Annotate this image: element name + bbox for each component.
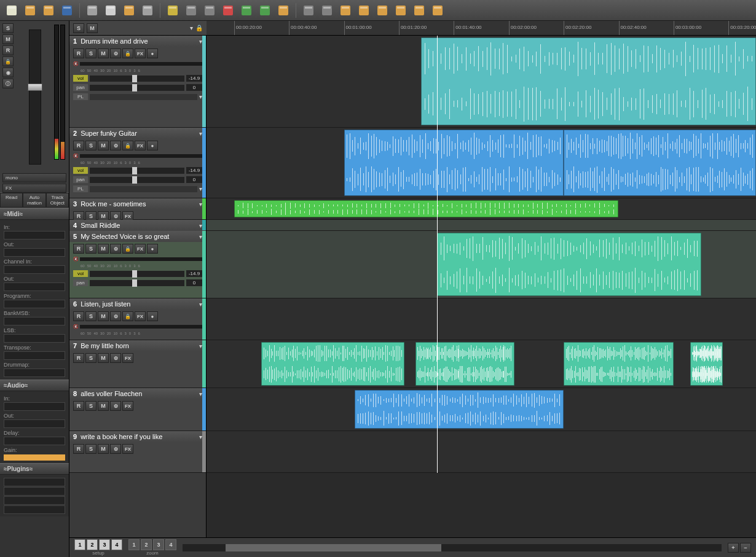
vol-slider[interactable] [90,271,184,277]
meter-mute-icon[interactable]: 🔇 [73,324,79,329]
track-lane[interactable] [207,220,756,231]
group-icon[interactable] [275,2,291,18]
track-fx-button[interactable]: FX [122,401,133,411]
master-extra-button[interactable]: 🔒 [2,56,14,66]
track-r-button[interactable]: R [73,401,84,411]
track-lane[interactable] [207,431,756,473]
zoom-page-button[interactable]: 1 [128,539,140,550]
marker-icon[interactable] [165,2,181,18]
track-lane[interactable] [207,298,756,340]
field-select[interactable] [4,419,65,428]
master-extra-button[interactable]: ⓘ [2,79,14,88]
audio-clip[interactable] [234,200,619,217]
track-s-button[interactable]: S [85,311,96,321]
setup-page-button[interactable]: 2 [87,539,98,550]
master-extra-button[interactable]: ◉ [2,68,14,77]
FX-button[interactable]: FX [2,184,66,193]
zoom-page-button[interactable]: 4 [165,539,176,550]
track-r-button[interactable]: R [73,444,84,454]
track-r-button[interactable]: R [73,141,84,150]
field-select[interactable] [4,402,65,411]
field-select[interactable] [4,231,65,240]
track-m-button[interactable]: M [98,49,109,58]
track-header[interactable]: 6Listen, just listen▾RSM⚙🔒FX●🔇6050403020… [69,298,206,340]
track-fx-button[interactable]: ⚙ [110,49,121,58]
cut-split-icon[interactable] [140,2,156,18]
r-button[interactable]: R [2,45,14,55]
audio-clip[interactable] [564,130,756,196]
cut-icon[interactable] [84,2,100,18]
track-m-button[interactable]: M [98,311,109,321]
track-name[interactable]: Be my little horn [81,342,195,349]
track-fx-button[interactable]: FX [135,141,146,150]
track-r-button[interactable]: R [73,311,84,321]
open-folder-icon[interactable] [22,2,38,18]
meter-mute-icon[interactable]: 🔇 [73,257,79,262]
track-header[interactable]: 8alles voller Flaechen▾RSM⚙FX [69,388,206,431]
setup-page-button[interactable]: 4 [111,539,122,550]
redo-icon[interactable] [202,2,218,18]
track-fx-button[interactable]: ● [147,49,158,58]
track-lane[interactable] [207,388,756,431]
track-header[interactable]: 4Small Riiddle▾RSM⚙FX [69,220,206,231]
audio-clip[interactable] [421,37,756,125]
find-icon[interactable] [319,2,335,18]
track-m-button[interactable]: M [98,141,109,150]
audio-clip[interactable] [690,342,723,386]
meter-mute-icon[interactable]: 🔇 [73,61,79,66]
lock-icon[interactable]: 🔒 [195,25,203,31]
autocross-icon[interactable] [257,2,273,18]
tab-read[interactable]: Read [0,193,23,208]
range-b-icon[interactable] [374,2,390,18]
vol-slider[interactable] [90,168,184,174]
field-select[interactable] [4,317,65,325]
field-select[interactable] [4,437,65,445]
lock-icon[interactable] [337,2,353,18]
midi-section-header[interactable]: ≈ Midi ≈ [0,208,69,220]
copy-icon[interactable] [103,2,119,18]
track-header[interactable]: 5My Selected Voice is so great▾RSM⚙🔒FX●🔇… [69,231,206,298]
plugin-slot[interactable] [4,478,65,486]
track-header[interactable]: 3Rock me - sometimes▾RSM⚙FX [69,198,206,220]
track-fx-button[interactable]: FX [122,353,133,363]
track-lane[interactable] [207,198,756,220]
gain-slider[interactable] [4,454,65,461]
track-name[interactable]: My Selected Voice is so great [81,233,195,240]
zoom-out-v-button[interactable]: − [740,543,751,553]
zoom-page-button[interactable]: 2 [141,539,152,550]
pan-slider[interactable] [90,85,184,91]
track-s-button[interactable]: S [85,244,96,254]
plugin-slot[interactable] [4,487,65,496]
track-header[interactable]: 9write a book here if you like▾RSM⚙FX [69,431,206,473]
track-name[interactable]: Drums invite and drive [81,37,195,45]
track-fx-button[interactable]: ⚙ [110,444,121,454]
timeline-ruler[interactable]: 00:00:20:0000:00:40:0000:01:00:0000:01:2… [207,21,756,35]
track-fx-button[interactable]: FX [122,444,133,454]
setup-page-button[interactable]: 3 [99,539,110,550]
track-fx-button[interactable]: FX [135,49,146,58]
track-r-button[interactable]: R [73,49,84,58]
track-header[interactable]: 7Be my little horn▾RSM⚙FX [69,340,206,388]
playhead[interactable] [437,36,438,473]
track-lane[interactable] [207,128,756,198]
tab-track-object[interactable]: Track Object [46,193,69,208]
field-select[interactable] [4,300,65,308]
audio-section-header[interactable]: ≈ Audio ≈ [0,380,69,391]
track-lane[interactable] [207,231,756,298]
track-m-button[interactable]: M [98,401,109,411]
audio-clip[interactable] [261,342,404,386]
field-select[interactable] [4,334,65,343]
open-audio-icon[interactable] [41,2,57,18]
track-fx-button[interactable]: ⚙ [110,141,121,150]
track-name[interactable]: Super funky Guitar [81,130,195,137]
audio-clip[interactable] [355,390,564,429]
track-lane[interactable] [207,340,756,388]
track-r-button[interactable]: R [73,353,84,363]
track-m-button[interactable]: M [98,244,109,254]
track-header[interactable]: 2Super funky Guitar▾RSM⚙🔒FX●🔇60504030201… [69,128,206,198]
setup-page-button[interactable]: 1 [74,539,85,550]
track-m-button[interactable]: M [98,353,109,363]
zoom-in-v-button[interactable]: + [728,543,739,553]
track-name[interactable]: Listen, just listen [81,300,195,308]
pl-select[interactable] [90,94,197,100]
